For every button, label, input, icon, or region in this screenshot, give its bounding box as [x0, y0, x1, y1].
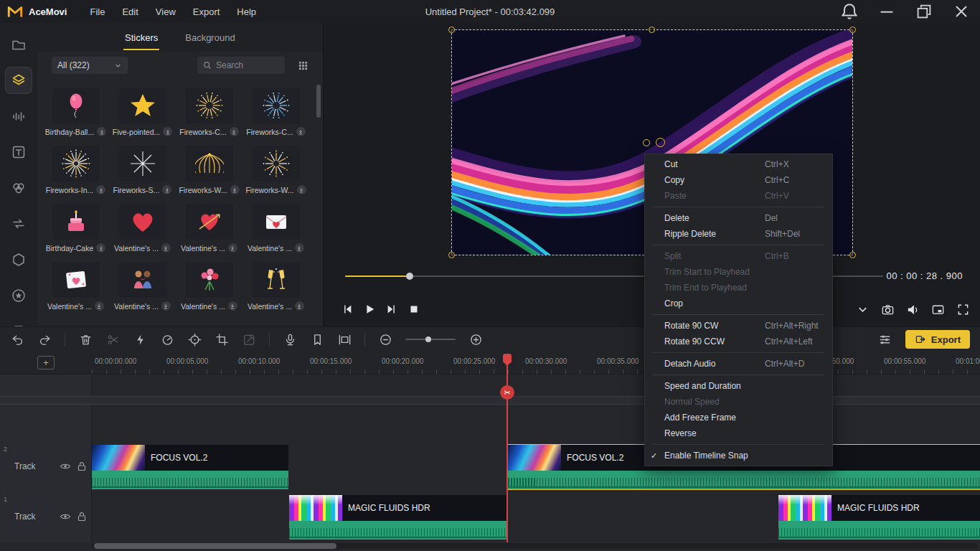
sticker-thumb-couple[interactable] — [119, 262, 166, 298]
sticker-thumb-star[interactable] — [119, 88, 166, 123]
sticker-thumb-sparkle[interactable] — [119, 146, 166, 182]
export-button[interactable]: Export — [905, 330, 970, 349]
crop-icon[interactable] — [215, 332, 229, 347]
sticker-thumb-bouquet[interactable] — [186, 262, 233, 298]
menu-edit[interactable]: Edit — [113, 2, 146, 22]
sidebar-item-elements[interactable] — [6, 175, 32, 201]
split-scissors-icon[interactable]: ✂ — [500, 385, 514, 400]
download-icon[interactable] — [97, 127, 106, 136]
download-icon[interactable] — [295, 301, 304, 311]
tab-background[interactable]: Background — [184, 24, 236, 50]
redo-icon[interactable] — [37, 332, 52, 347]
sticker-tile[interactable]: Valentine's ... — [42, 262, 109, 320]
sidebar-item-more[interactable] — [6, 319, 32, 326]
restore-button[interactable] — [914, 1, 934, 22]
sidebar-item-stickers[interactable] — [6, 67, 32, 93]
sticker-tile[interactable]: Fireworks-C... — [176, 88, 242, 146]
sticker-tile[interactable]: Valentine's ... — [176, 204, 242, 262]
menu-export[interactable]: Export — [184, 2, 229, 22]
timeline-scrollbar[interactable] — [92, 543, 977, 549]
category-dropdown[interactable]: All (322) — [52, 57, 128, 74]
sticker-tile[interactable]: Fireworks-S... — [109, 146, 176, 204]
next-frame-button[interactable] — [384, 301, 400, 317]
sidebar-item-audio[interactable] — [6, 103, 32, 129]
speed-icon[interactable] — [160, 332, 174, 347]
sticker-thumb-envelope[interactable] — [253, 204, 300, 240]
sticker-thumb-burst-mix[interactable] — [52, 146, 100, 182]
download-icon[interactable] — [161, 243, 171, 253]
sticker-tile[interactable]: Fireworks-W... — [176, 146, 242, 204]
sticker-thumb-burst-white[interactable] — [253, 146, 300, 182]
tab-stickers[interactable]: Stickers — [123, 24, 159, 50]
pip-icon[interactable] — [931, 303, 945, 316]
sticker-thumb-burst-blue[interactable] — [253, 88, 300, 123]
sticker-tile[interactable]: Birthday-Cake — [42, 204, 109, 262]
sidebar-item-effects[interactable] — [6, 247, 32, 273]
resize-handle-bottom-right[interactable] — [849, 252, 856, 258]
rotate-handle-icon[interactable] — [656, 138, 665, 147]
add-track-button[interactable]: + — [37, 356, 55, 369]
zoom-in-icon[interactable] — [468, 332, 483, 347]
menu-file[interactable]: File — [81, 2, 113, 22]
eye-icon[interactable] — [60, 461, 71, 472]
sidebar-item-favorites[interactable] — [6, 283, 32, 309]
snapshot-camera-icon[interactable] — [881, 303, 895, 316]
download-icon[interactable] — [96, 185, 105, 194]
context-menu-item-ripple-delete[interactable]: Ripple DeleteShift+Del — [645, 226, 832, 242]
context-menu-item-speed-and-duration[interactable]: Speed and Duration — [645, 378, 832, 394]
sticker-thumb-cake[interactable] — [52, 204, 100, 240]
zoom-out-icon[interactable] — [378, 332, 392, 347]
lock-icon[interactable] — [76, 461, 88, 472]
timeline-clip[interactable]: MAGIC FLUIDS HDR — [778, 495, 980, 540]
play-button[interactable] — [362, 301, 377, 317]
download-icon[interactable] — [230, 127, 239, 136]
menu-help[interactable]: Help — [228, 2, 265, 22]
context-menu-item-detach-audio[interactable]: Detach AudioCtrl+Alt+D — [645, 356, 832, 372]
rotate-handle-icon[interactable] — [643, 139, 650, 146]
stop-button[interactable] — [406, 301, 422, 317]
sticker-tile[interactable]: Fireworks-In... — [42, 146, 109, 204]
undo-icon[interactable] — [10, 332, 24, 347]
context-menu-item-cut[interactable]: CutCtrl+X — [645, 156, 832, 172]
trash-icon[interactable] — [78, 332, 93, 347]
sticker-thumb-heart-arrow[interactable] — [186, 204, 233, 240]
sidebar-item-transitions[interactable] — [6, 211, 32, 237]
sticker-thumb-willow[interactable] — [186, 146, 233, 182]
download-icon[interactable] — [95, 301, 104, 311]
preview-quality-chevron-icon[interactable] — [856, 303, 870, 316]
download-icon[interactable] — [163, 127, 172, 136]
frame-icon[interactable] — [337, 332, 352, 347]
download-icon[interactable] — [295, 243, 304, 253]
download-icon[interactable] — [230, 185, 240, 194]
sticker-tile[interactable]: Valentine's ... — [176, 262, 242, 320]
seek-knob[interactable] — [406, 273, 413, 280]
sticker-thumb-balloon[interactable] — [52, 88, 100, 123]
timeline-ruler[interactable]: + 00:00:00.00000:00:05.00000:00:10.00000… — [0, 352, 980, 375]
context-menu-item-enable-timeline-snap[interactable]: ✓Enable Timeline Snap — [645, 448, 832, 463]
sticker-thumb-burst-gold[interactable] — [186, 88, 233, 123]
context-menu-item-rotate-90-cw[interactable]: Rotate 90 CWCtrl+Alt+Right — [645, 318, 832, 334]
context-menu-item-reverse[interactable]: Reverse — [645, 425, 832, 441]
sticker-tile[interactable]: Valentine's ... — [242, 262, 309, 320]
locate-icon[interactable] — [187, 332, 202, 347]
notifications-bell-icon[interactable] — [839, 1, 859, 22]
context-menu-item-crop[interactable]: Crop — [645, 296, 832, 311]
download-icon[interactable] — [162, 185, 171, 194]
sticker-thumb-letter[interactable] — [52, 262, 100, 298]
search-input[interactable] — [216, 60, 273, 70]
timeline-zoom-slider[interactable] — [405, 339, 456, 340]
sidebar-item-text[interactable] — [6, 139, 32, 165]
grid-view-icon[interactable] — [298, 60, 308, 71]
panel-scrollbar[interactable] — [316, 83, 321, 321]
sticker-tile[interactable]: Valentine's ... — [242, 204, 309, 262]
timeline-clip[interactable]: MAGIC FLUIDS HDR — [289, 495, 507, 540]
menu-view[interactable]: View — [147, 2, 184, 22]
sticker-tile[interactable]: Valentine's ... — [109, 262, 176, 320]
volume-speaker-icon[interactable] — [906, 303, 920, 316]
marker-icon[interactable] — [310, 332, 324, 347]
context-menu-item-rotate-90-ccw[interactable]: Rotate 90 CCWCtrl+Alt+Left — [645, 334, 832, 349]
resize-handle-top-left[interactable] — [448, 27, 455, 33]
timeline-scrollbar-thumb[interactable] — [94, 543, 336, 549]
sticker-tile[interactable]: Valentine's ... — [109, 204, 176, 262]
playhead-handle[interactable] — [503, 354, 512, 363]
